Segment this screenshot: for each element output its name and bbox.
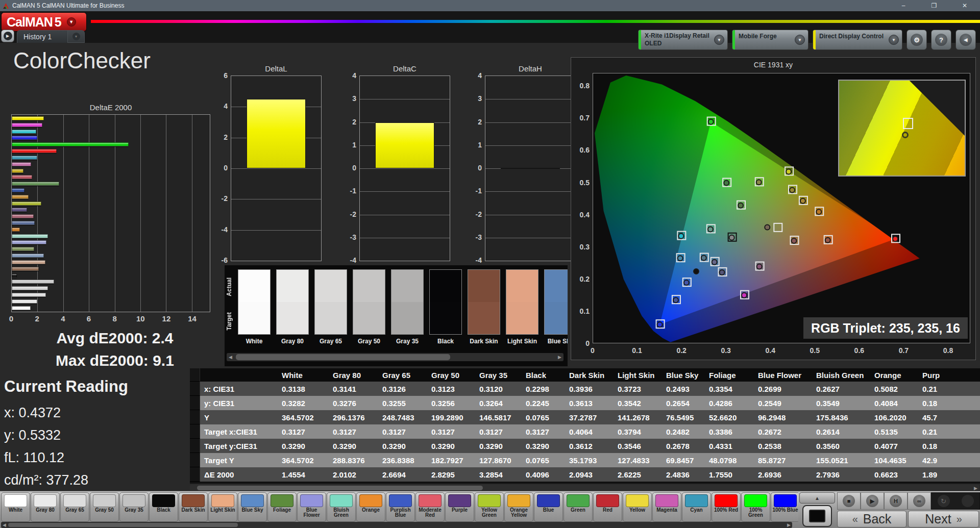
patch-button-blue-flower[interactable]: Blue Flower — [297, 492, 326, 522]
y-tick-label: 0.7 — [572, 114, 590, 122]
scroll-right-icon[interactable]: ▶ — [558, 355, 561, 360]
collapse-button[interactable]: ◀ — [955, 30, 976, 50]
y-tick-label: 0 — [342, 164, 356, 172]
row-indicator — [190, 439, 200, 453]
deltae-bar-foliage — [12, 247, 34, 251]
table-cell: 0.3612 — [564, 439, 612, 453]
patch-button-100-red[interactable]: 100% Red — [712, 492, 741, 522]
workflow-nav-button[interactable]: ▶ — [1, 30, 14, 42]
patch-button-yellow[interactable]: Yellow — [623, 492, 652, 522]
patch-button-gray-65[interactable]: Gray 65 — [60, 492, 89, 522]
deltae-bar-purple — [12, 208, 27, 212]
patch-button-dark-skin[interactable]: Dark Skin — [179, 492, 208, 522]
scrollbar-thumb[interactable] — [8, 523, 238, 527]
patch-button-green[interactable]: Green — [564, 492, 593, 522]
patch-button-orange[interactable]: Orange — [356, 492, 385, 522]
patch-chip — [626, 494, 649, 507]
pattern-window-button[interactable] — [802, 505, 832, 527]
patch-label: Moderate Red — [416, 508, 444, 518]
viewer-scrollbar[interactable]: ◀ ▶ — [227, 353, 564, 361]
table-cell: 364.5702 — [277, 453, 328, 467]
settings-button[interactable]: ⚙ — [906, 30, 927, 50]
patch-button-100-blue[interactable]: 100% Blue — [771, 492, 798, 522]
play-button[interactable]: ▶ — [861, 492, 884, 510]
patch-button-gray-35[interactable]: Gray 35 — [119, 492, 149, 522]
patch-button-white[interactable]: White — [1, 492, 30, 522]
scroll-right-icon[interactable]: ▶ — [974, 486, 977, 491]
restore-icon[interactable]: ❐ — [919, 0, 949, 11]
x-tick-label: 0 — [9, 314, 13, 323]
scroll-left-icon[interactable]: ◀ — [3, 522, 6, 527]
stop-button[interactable]: ■ — [837, 492, 861, 510]
patch-button-gray-80[interactable]: Gray 80 — [31, 492, 60, 522]
calman-logo-menu[interactable]: CalMAN 5 ▼ — [2, 13, 86, 31]
column-header: Blue Flower — [753, 368, 811, 382]
patch-button-gray-50[interactable]: Gray 50 — [90, 492, 119, 522]
actual-chip — [277, 270, 308, 302]
table-cell: 296.1376 — [328, 410, 377, 424]
patch-button-light-skin[interactable]: Light Skin — [208, 492, 237, 522]
patch-button-black[interactable]: Black — [149, 492, 178, 522]
scrollbar-thumb[interactable] — [236, 354, 450, 360]
patch-button-100-green[interactable]: 100% Green — [741, 492, 770, 522]
patch-button-blue-sky[interactable]: Blue Sky — [238, 492, 267, 522]
patch-button-purplish-blue[interactable]: Purplish Blue — [386, 492, 415, 522]
next-button[interactable]: Next» — [908, 511, 979, 527]
table-cell: 0.2493 — [661, 382, 704, 396]
help-button[interactable]: ? — [931, 30, 951, 50]
table-cell: 0.0765 — [521, 410, 564, 424]
patch-button-magenta[interactable]: Magenta — [652, 492, 681, 522]
y-tick-label: 2 — [213, 133, 228, 141]
patch-button-cyan[interactable]: Cyan — [682, 492, 711, 522]
source-dropdown[interactable]: Mobile Forge ▼ — [732, 30, 808, 50]
refresh-icon[interactable]: ↻ — [938, 495, 950, 507]
deltal-chart — [231, 76, 322, 261]
scroll-left-icon[interactable]: ◀ — [229, 355, 232, 360]
delta-chart-title: DeltaC — [359, 64, 450, 73]
table-cell: 364.5702 — [277, 410, 328, 424]
rainbow-divider — [91, 20, 980, 23]
meter-dropdown[interactable]: X-Rite i1Display RetailOLED ▼ — [638, 30, 728, 50]
table-cell: 0.3613 — [564, 396, 612, 410]
back-button[interactable]: «Back — [837, 511, 906, 527]
tab-menu-button[interactable]: ▾ — [68, 30, 85, 43]
scroll-right-icon[interactable]: ▶ — [787, 522, 791, 527]
y-tick-label: 3 — [342, 94, 356, 103]
minimize-icon[interactable]: – — [888, 0, 919, 11]
patch-button-yellow-green[interactable]: Yellow Green — [475, 492, 504, 522]
table-row: Target Y364.5702288.8376236.8388182.7927… — [190, 453, 980, 467]
patch-chip — [359, 494, 382, 507]
patch-button-moderate-red[interactable]: Moderate Red — [415, 492, 445, 522]
deltae-bars — [12, 115, 210, 312]
measured-point — [790, 187, 795, 192]
deltae-bar-magenta — [12, 162, 31, 166]
patch-chip — [211, 494, 234, 507]
target-chip — [315, 302, 347, 334]
table-cell: 0.3123 — [426, 382, 474, 396]
y-tick-label: 0.5 — [572, 179, 590, 187]
tab-history-1[interactable]: History 1 — [17, 30, 68, 43]
patch-button-foliage[interactable]: Foliage — [267, 492, 297, 522]
patch-button-blue[interactable]: Blue — [534, 492, 563, 522]
calman-window: CalMAN 5 CalMAN Ultimate for Business – … — [0, 0, 980, 528]
patch-button-orange-yellow[interactable]: Orange Yellow — [504, 492, 533, 522]
patch-button-bluish-green[interactable]: Bluish Green — [327, 492, 356, 522]
table-cell: 182.7927 — [426, 453, 474, 467]
pause-button[interactable]: H — [884, 492, 908, 510]
patch-button-red[interactable]: Red — [593, 492, 622, 522]
swatch-label: Gray 50 — [353, 338, 385, 345]
scrollbar-thumb[interactable] — [197, 486, 483, 490]
loop-button[interactable]: ∞ — [908, 492, 931, 510]
table-cell: 0.2627 — [811, 382, 869, 396]
actual-chip — [238, 270, 270, 302]
table-cell: 0.21 — [917, 424, 980, 439]
display-control-dropdown[interactable]: Direct Display Control ▼ — [813, 30, 902, 50]
patch-label: Magenta — [656, 508, 677, 513]
patch-button-purple[interactable]: Purple — [445, 492, 474, 522]
table-cell: 0.2245 — [521, 396, 564, 410]
patch-list-up-button[interactable]: ▲ — [799, 492, 835, 504]
patch-scrollbar[interactable]: ◀ ▶ — [1, 522, 792, 528]
patch-label: Gray 80 — [36, 508, 55, 513]
close-icon[interactable]: ✕ — [949, 0, 980, 11]
table-cell: 0.4084 — [869, 396, 917, 410]
